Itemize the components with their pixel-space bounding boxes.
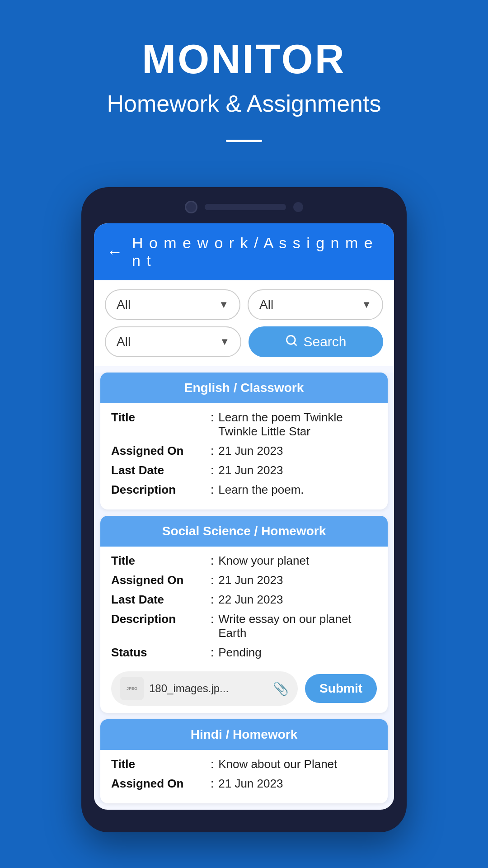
phone-notch-bar xyxy=(94,201,394,213)
screen-header: ← H o m e w o r k / A s s i g n m e n t xyxy=(94,223,394,280)
field-label: Status xyxy=(111,646,211,660)
main-title: MONITOR xyxy=(142,36,346,83)
field-label: Title xyxy=(111,410,211,425)
field-label: Last Date xyxy=(111,463,211,477)
table-row: Assigned On : 21 Jun 2023 xyxy=(111,573,377,587)
field-value: 21 Jun 2023 xyxy=(218,463,377,477)
dropdown-filter-3[interactable]: All ▼ xyxy=(105,326,241,357)
field-label: Assigned On xyxy=(111,444,211,458)
chevron-down-icon-3: ▼ xyxy=(220,336,230,348)
card-header-english: English / Classwork xyxy=(100,373,388,403)
search-button[interactable]: Search xyxy=(249,326,383,357)
table-row: Title : Know your planet xyxy=(111,554,377,568)
card-body-english: Title : Learn the poem Twinkle Twinkle L… xyxy=(100,403,388,509)
card-header-text-english: English / Classwork xyxy=(184,381,304,395)
divider xyxy=(226,140,262,142)
colon: : xyxy=(211,612,214,626)
field-label: Assigned On xyxy=(111,573,211,587)
table-row: Description : Learn the poem. xyxy=(111,483,377,497)
field-value: Learn the poem. xyxy=(218,483,377,497)
field-label: Title xyxy=(111,757,211,771)
submit-label: Submit xyxy=(319,681,362,695)
header-section: MONITOR Homework & Assignments xyxy=(0,0,488,160)
card-header-text-social-science: Social Science / Homework xyxy=(162,524,326,538)
colon: : xyxy=(211,777,214,791)
table-row: Last Date : 21 Jun 2023 xyxy=(111,463,377,477)
colon: : xyxy=(211,554,214,568)
back-button[interactable]: ← xyxy=(107,242,123,261)
field-label: Last Date xyxy=(111,593,211,607)
field-label: Description xyxy=(111,483,211,497)
file-icon: JPEG xyxy=(120,677,144,700)
card-body-social-science: Title : Know your planet Assigned On : 2… xyxy=(100,547,388,713)
phone-speaker xyxy=(205,204,286,210)
attachment-icon: 📎 xyxy=(273,681,289,696)
assignments-list: English / Classwork Title : Learn the po… xyxy=(94,373,394,803)
card-header-text-hindi: Hindi / Homework xyxy=(191,727,297,741)
field-value: 21 Jun 2023 xyxy=(218,444,377,458)
search-icon xyxy=(285,334,298,350)
table-row: Last Date : 22 Jun 2023 xyxy=(111,593,377,607)
table-row: Description : Write essay on our planet … xyxy=(111,612,377,640)
field-value: Learn the poem Twinkle Twinkle Little St… xyxy=(218,410,377,439)
svg-line-1 xyxy=(294,343,296,345)
field-value: Write essay on our planet Earth xyxy=(218,612,377,640)
table-row: Assigned On : 21 Jun 2023 xyxy=(111,777,377,791)
colon: : xyxy=(211,444,214,458)
sub-title: Homework & Assignments xyxy=(107,90,381,117)
search-label: Search xyxy=(303,334,346,349)
file-submit-row: JPEG 180_images.jp... 📎 Submit xyxy=(111,667,377,706)
colon: : xyxy=(211,593,214,607)
card-header-hindi: Hindi / Homework xyxy=(100,719,388,750)
phone-mockup: ← H o m e w o r k / A s s i g n m e n t … xyxy=(81,187,407,832)
table-row: Status : Pending xyxy=(111,646,377,660)
table-row: Title : Learn the poem Twinkle Twinkle L… xyxy=(111,410,377,439)
field-label: Title xyxy=(111,554,211,568)
colon: : xyxy=(211,410,214,425)
phone-camera xyxy=(185,201,197,213)
submit-button[interactable]: Submit xyxy=(305,674,377,703)
field-value: 22 Jun 2023 xyxy=(218,593,377,607)
colon: : xyxy=(211,463,214,477)
status-badge: Pending xyxy=(218,646,377,660)
screen-title: H o m e w o r k / A s s i g n m e n t xyxy=(132,234,381,269)
field-value: 21 Jun 2023 xyxy=(218,777,377,791)
chevron-down-icon-2: ▼ xyxy=(361,299,371,311)
field-label: Assigned On xyxy=(111,777,211,791)
colon: : xyxy=(211,646,214,660)
field-label: Description xyxy=(111,612,211,626)
field-value: 21 Jun 2023 xyxy=(218,573,377,587)
phone-screen: ← H o m e w o r k / A s s i g n m e n t … xyxy=(94,223,394,810)
assignment-card-social-science: Social Science / Homework Title : Know y… xyxy=(100,516,388,713)
colon: : xyxy=(211,573,214,587)
file-chip[interactable]: JPEG 180_images.jp... 📎 xyxy=(111,671,298,706)
assignment-card-english: English / Classwork Title : Learn the po… xyxy=(100,373,388,509)
card-header-social-science: Social Science / Homework xyxy=(100,516,388,547)
colon: : xyxy=(211,757,214,771)
dropdown-value-2: All xyxy=(259,297,273,312)
filters-row-1: All ▼ All ▼ xyxy=(105,289,383,320)
colon: : xyxy=(211,483,214,497)
chevron-down-icon: ▼ xyxy=(219,299,229,311)
card-body-hindi: Title : Know about our Planet Assigned O… xyxy=(100,750,388,803)
assignment-card-hindi: Hindi / Homework Title : Know about our … xyxy=(100,719,388,803)
phone-sensor xyxy=(293,202,303,212)
dropdown-filter-1[interactable]: All ▼ xyxy=(105,289,240,320)
dropdown-value-1: All xyxy=(117,297,131,312)
field-value: Know your planet xyxy=(218,554,377,568)
dropdown-value-3: All xyxy=(117,335,131,349)
filters-row-2: All ▼ Search xyxy=(105,326,383,357)
table-row: Title : Know about our Planet xyxy=(111,757,377,771)
dropdown-filter-2[interactable]: All ▼ xyxy=(248,289,383,320)
filters-section: All ▼ All ▼ All ▼ xyxy=(94,280,394,366)
table-row: Assigned On : 21 Jun 2023 xyxy=(111,444,377,458)
file-name: 180_images.jp... xyxy=(149,682,267,695)
field-value: Know about our Planet xyxy=(218,757,377,771)
